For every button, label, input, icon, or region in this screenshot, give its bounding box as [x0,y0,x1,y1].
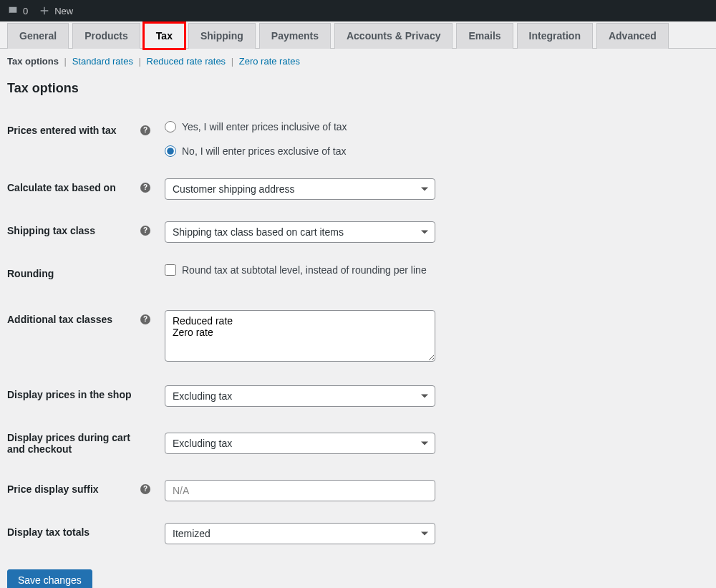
help-icon[interactable]: ? [140,484,150,494]
tab-accounts-privacy[interactable]: Accounts & Privacy [334,23,453,49]
help-icon[interactable]: ? [140,183,150,193]
help-icon[interactable]: ? [140,314,150,324]
content-area: Tax options Prices entered with tax ? Ye… [0,74,716,588]
comment-count: 0 [23,6,28,16]
label-display-tax-totals: Display tax totals [7,526,90,538]
label-prices-inclusive: Yes, I will enter prices inclusive of ta… [182,121,347,132]
subnav-zero-rates[interactable]: Zero rate rates [239,56,300,67]
settings-tabs: General Products Tax Shipping Payments A… [0,22,716,49]
new-label: New [54,6,73,16]
help-icon[interactable]: ? [140,226,150,236]
radio-prices-exclusive[interactable] [165,145,176,157]
select-display-cart[interactable]: Excluding tax [165,433,435,454]
tab-general[interactable]: General [7,23,69,49]
label-rounding: Rounding [7,268,54,279]
label-additional-tax-classes: Additional tax classes [7,314,112,325]
save-button[interactable]: Save changes [7,569,92,588]
tab-emails[interactable]: Emails [456,23,513,49]
admin-bar-comments[interactable]: 0 [7,5,28,16]
page-title: Tax options [7,81,709,96]
tab-shipping[interactable]: Shipping [188,23,256,49]
label-prices-exclusive: No, I will enter prices exclusive of tax [182,145,347,157]
input-price-suffix[interactable] [165,480,435,501]
label-display-prices-cart: Display prices during cart and checkout [7,432,150,455]
admin-bar: 0 New [0,0,716,21]
plus-icon [39,5,50,16]
tab-tax[interactable]: Tax [144,23,185,49]
select-calculate-tax[interactable]: Customer shipping address [165,178,435,200]
select-tax-totals[interactable]: Itemized [165,523,435,544]
radio-prices-inclusive[interactable] [165,121,176,132]
tab-advanced[interactable]: Advanced [596,23,669,49]
subnav-standard-rates[interactable]: Standard rates [72,56,133,67]
label-calculate-tax: Calculate tax based on [7,182,116,193]
select-display-shop[interactable]: Excluding tax [165,385,435,407]
tab-products[interactable]: Products [72,23,140,49]
checkbox-rounding[interactable] [165,264,176,276]
tax-subnav: Tax options | Standard rates | Reduced r… [0,49,716,74]
label-rounding-option: Round tax at subtotal level, instead of … [182,264,427,276]
label-shipping-tax-class: Shipping tax class [7,225,95,236]
help-icon[interactable]: ? [140,125,150,135]
admin-bar-new[interactable]: New [39,5,73,16]
label-price-suffix: Price display suffix [7,483,99,495]
tab-payments[interactable]: Payments [259,23,331,49]
label-prices-entered: Prices entered with tax [7,125,117,136]
select-shipping-tax-class[interactable]: Shipping tax class based on cart items [165,221,435,243]
comment-icon [7,5,19,16]
tab-integration[interactable]: Integration [517,23,593,49]
form-table: Prices entered with tax ? Yes, I will en… [7,110,709,555]
textarea-tax-classes[interactable] [165,310,435,362]
subnav-reduced-rates[interactable]: Reduced rate rates [147,56,226,67]
label-display-prices-shop: Display prices in the shop [7,389,132,400]
subnav-tax-options[interactable]: Tax options [7,56,59,67]
